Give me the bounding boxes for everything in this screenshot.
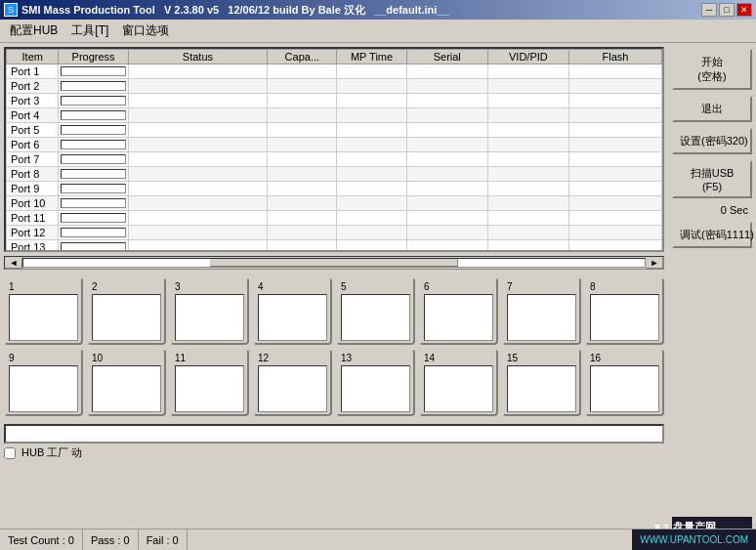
port-panel-label-10: 10 xyxy=(92,353,103,363)
table-cell-12-4 xyxy=(337,240,406,253)
settings-button[interactable]: 设置(密码320) xyxy=(672,128,752,154)
table-cell-5-2 xyxy=(128,138,268,152)
table-cell-0-1 xyxy=(59,64,128,79)
maximize-button[interactable]: □ xyxy=(719,3,735,17)
table-cell-3-1 xyxy=(59,108,128,123)
menu-item-tools[interactable]: 工具[T] xyxy=(65,21,114,40)
port-panel-11: 11 xyxy=(170,349,249,416)
port-panel-inner-12 xyxy=(258,365,327,412)
status-logo: WWW.UPANTOOL.COM xyxy=(632,529,756,550)
table-cell-1-1 xyxy=(59,79,128,94)
port-panel-label-1: 1 xyxy=(9,281,15,292)
scroll-track[interactable] xyxy=(22,258,646,268)
hub-label: HUB 工厂 动 xyxy=(21,445,82,460)
table-cell-5-3 xyxy=(268,138,337,152)
port-panel-inner-6 xyxy=(424,294,493,341)
table-cell-3-0: Port 4 xyxy=(7,108,59,123)
table-cell-2-0: Port 3 xyxy=(7,94,59,108)
table-cell-9-7 xyxy=(568,196,661,211)
port-panel-label-14: 14 xyxy=(424,353,435,363)
port-table-body: Port 1Port 2Port 3Port 4Port 5Port 6Port… xyxy=(7,64,662,253)
table-cell-8-0: Port 9 xyxy=(7,182,59,196)
table-cell-8-7 xyxy=(568,182,661,196)
table-cell-9-4 xyxy=(337,196,406,211)
table-row: Port 11 xyxy=(7,211,662,226)
table-cell-11-3 xyxy=(268,226,337,240)
table-cell-4-5 xyxy=(406,123,487,138)
debug-button[interactable]: 调试(密码1111) xyxy=(672,222,752,248)
table-cell-12-5 xyxy=(406,240,487,253)
hub-checkbox[interactable] xyxy=(4,447,16,459)
table-row: Port 9 xyxy=(7,182,662,196)
start-button[interactable]: 开始 (空格) xyxy=(672,49,752,90)
table-cell-10-0: Port 11 xyxy=(7,211,59,226)
app-title: SMI Mass Production Tool V 2.3.80 v5 12/… xyxy=(21,3,449,18)
table-cell-0-2 xyxy=(128,64,268,79)
table-row: Port 6 xyxy=(7,138,662,152)
port-panel-label-9: 9 xyxy=(9,353,15,363)
table-cell-12-0: Port 13 xyxy=(7,240,59,253)
table-row: Port 2 xyxy=(7,79,662,94)
table-cell-7-3 xyxy=(268,167,337,182)
port-panel-8: 8 xyxy=(585,277,664,345)
table-cell-9-3 xyxy=(268,196,337,211)
port-panel-3: 3 xyxy=(170,277,249,345)
scroll-thumb[interactable] xyxy=(210,259,458,267)
table-cell-6-3 xyxy=(268,152,337,167)
port-panel-label-12: 12 xyxy=(258,353,269,363)
port-panel-label-8: 8 xyxy=(590,281,596,292)
scroll-right-btn[interactable]: ► xyxy=(646,257,663,269)
table-cell-12-2 xyxy=(128,240,268,253)
center-panel: Item Progress Status Capa... MP Time Ser… xyxy=(0,43,668,550)
title-controls[interactable]: ─ □ ✕ xyxy=(701,3,752,17)
horizontal-scrollbar[interactable]: ◄ ► xyxy=(4,256,664,270)
menu-bar: 配置HUB 工具[T] 窗口选项 xyxy=(0,20,756,43)
menu-item-config-hub[interactable]: 配置HUB xyxy=(4,21,63,40)
port-panel-4: 4 xyxy=(253,277,332,345)
table-cell-5-5 xyxy=(406,138,487,152)
table-cell-8-1 xyxy=(59,182,128,196)
table-row: Port 7 xyxy=(7,152,662,167)
scroll-left-btn[interactable]: ◄ xyxy=(5,257,22,269)
port-panel-7: 7 xyxy=(502,277,581,345)
table-cell-6-7 xyxy=(568,152,661,167)
table-cell-6-2 xyxy=(128,152,268,167)
table-cell-1-6 xyxy=(487,79,568,94)
exit-button[interactable]: 退出 xyxy=(672,96,752,122)
port-panel-inner-14 xyxy=(424,365,493,412)
table-cell-4-6 xyxy=(487,123,568,138)
port-table: Item Progress Status Capa... MP Time Ser… xyxy=(6,49,662,252)
table-cell-3-2 xyxy=(128,108,268,123)
port-table-container: Item Progress Status Capa... MP Time Ser… xyxy=(4,47,664,252)
table-cell-5-4 xyxy=(337,138,406,152)
scan-usb-button[interactable]: 扫描USB (F5) xyxy=(672,160,752,198)
table-cell-2-7 xyxy=(568,94,661,108)
col-header-serial: Serial xyxy=(406,50,487,64)
table-cell-4-2 xyxy=(128,123,268,138)
table-row: Port 5 xyxy=(7,123,662,138)
table-cell-4-7 xyxy=(568,123,661,138)
table-cell-10-6 xyxy=(487,211,568,226)
table-cell-7-1 xyxy=(59,167,128,182)
status-bar: Test Count : 0 Pass : 0 Fail : 0 WWW.UPA… xyxy=(0,529,756,550)
title-bar: S SMI Mass Production Tool V 2.3.80 v5 1… xyxy=(0,0,756,20)
port-panel-label-4: 4 xyxy=(258,281,264,292)
table-cell-11-1 xyxy=(59,226,128,240)
table-cell-8-3 xyxy=(268,182,337,196)
minimize-button[interactable]: ─ xyxy=(701,3,717,17)
menu-item-window-options[interactable]: 窗口选项 xyxy=(116,21,175,40)
table-cell-3-6 xyxy=(487,108,568,123)
port-panel-5: 5 xyxy=(336,277,415,345)
table-cell-0-3 xyxy=(268,64,337,79)
port-panel-10: 10 xyxy=(87,349,166,416)
port-panel-inner-16 xyxy=(590,365,659,412)
table-cell-5-6 xyxy=(487,138,568,152)
close-button[interactable]: ✕ xyxy=(736,3,752,17)
table-row: Port 8 xyxy=(7,167,662,182)
timer-display: 0 Sec xyxy=(672,204,752,216)
table-cell-7-6 xyxy=(487,167,568,182)
table-cell-6-0: Port 7 xyxy=(7,152,59,167)
table-cell-4-1 xyxy=(59,123,128,138)
port-panel-14: 14 xyxy=(419,349,498,416)
col-header-mptime: MP Time xyxy=(337,50,406,64)
